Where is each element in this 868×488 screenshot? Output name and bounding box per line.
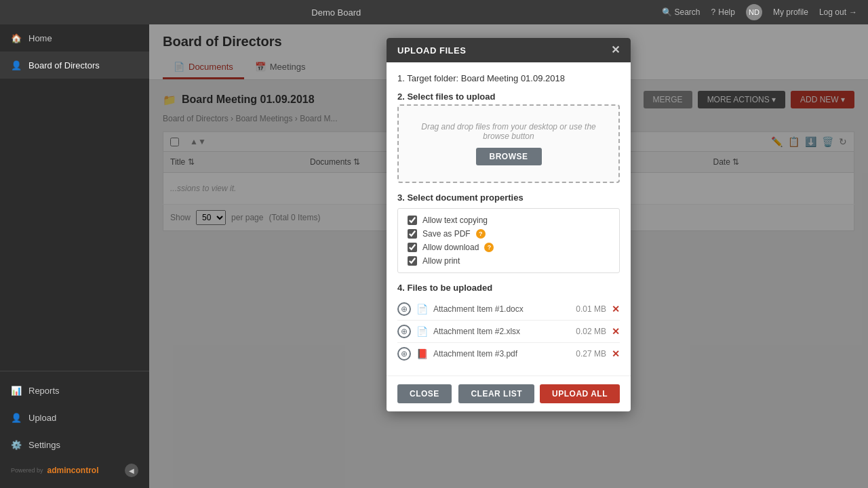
allow-download-info-icon: ?: [484, 243, 494, 252]
sidebar-item-board[interactable]: 👤 Board of Directors: [0, 52, 149, 79]
modal-step-1: 1. Target folder: Board Meeting 01.09.20…: [397, 73, 620, 83]
sidebar-bottom: 📊 Reports 👤 Upload ⚙️ Settings Powered b…: [0, 371, 149, 488]
sidebar-item-home[interactable]: 🏠 Home: [0, 24, 149, 52]
modal-overlay: UPLOAD FILES ✕ 1. Target folder: Board M…: [149, 24, 868, 488]
file-upload-icon-3[interactable]: ⊕: [397, 347, 411, 361]
modal-body: 1. Target folder: Board Meeting 01.09.20…: [387, 62, 631, 375]
save-pdf-label: Save as PDF: [422, 229, 471, 239]
allow-print-label: Allow print: [422, 256, 460, 266]
allow-download-checkbox[interactable]: [408, 243, 417, 252]
file-upload-icon-1[interactable]: ⊕: [397, 302, 411, 316]
sidebar-toggle[interactable]: ◀: [125, 464, 138, 477]
sidebar-powered: Powered by admincontrol ◀: [0, 458, 149, 483]
save-pdf-info-icon: ?: [476, 229, 486, 239]
logout-icon: →: [849, 7, 857, 17]
sidebar-item-upload[interactable]: 👤 Upload: [0, 404, 149, 431]
save-pdf-checkbox[interactable]: [408, 229, 417, 239]
help-icon: ?: [711, 7, 716, 17]
allow-download-label: Allow download: [422, 243, 479, 252]
content-area: Board of Directors 📄 Documents 📅 Meeting…: [149, 24, 868, 488]
board-icon: 👤: [11, 60, 22, 70]
file-remove-3[interactable]: ✕: [612, 348, 620, 359]
sidebar: 🏠 Home 👤 Board of Directors 📊 Reports 👤 …: [0, 24, 149, 488]
settings-icon: ⚙️: [11, 439, 22, 450]
file-size-3: 0.27 MB: [572, 349, 606, 359]
profile-link[interactable]: My profile: [773, 7, 808, 17]
drop-zone-text: Drag and drop files from your desktop or…: [410, 122, 608, 141]
clear-list-button[interactable]: CLEAR LIST: [458, 384, 534, 403]
files-list: ⊕ 📄 Attachment Item #1.docx 0.01 MB ✕ ⊕ …: [397, 298, 620, 365]
close-button[interactable]: CLOSE: [397, 384, 452, 403]
upload-modal: UPLOAD FILES ✕ 1. Target folder: Board M…: [387, 38, 631, 411]
prop-allow-download: Allow download ?: [408, 243, 610, 252]
modal-step-4-label: 4. Files to be uploaded: [397, 283, 620, 293]
home-icon: 🏠: [11, 33, 22, 43]
logout-button[interactable]: Log out →: [819, 7, 857, 17]
avatar: ND: [746, 4, 762, 20]
file-name-3: Attachment Item #3.pdf: [433, 349, 567, 359]
footer-right: CLEAR LIST UPLOAD ALL: [458, 384, 620, 403]
file-size-2: 0.02 MB: [572, 327, 606, 336]
prop-allow-text: Allow text copying: [408, 216, 610, 225]
allow-print-checkbox[interactable]: [408, 256, 417, 266]
modal-footer: CLOSE CLEAR LIST UPLOAD ALL: [387, 375, 631, 411]
file-remove-1[interactable]: ✕: [612, 304, 620, 314]
file-size-1: 0.01 MB: [572, 304, 606, 314]
file-item-1: ⊕ 📄 Attachment Item #1.docx 0.01 MB ✕: [397, 298, 620, 321]
search-button[interactable]: 🔍 Search: [662, 7, 701, 17]
file-doc-icon-1: 📄: [416, 304, 428, 314]
file-item-2: ⊕ 📄 Attachment Item #2.xlsx 0.02 MB ✕: [397, 321, 620, 343]
drop-zone[interactable]: Drag and drop files from your desktop or…: [397, 104, 620, 183]
modal-close-button[interactable]: ✕: [611, 45, 620, 56]
topbar-center: Demo Board: [311, 7, 361, 18]
topbar-right: 🔍 Search ? Help ND My profile Log out →: [662, 4, 857, 20]
main-layout: 🏠 Home 👤 Board of Directors 📊 Reports 👤 …: [0, 24, 868, 488]
help-button[interactable]: ? Help: [711, 7, 735, 17]
modal-step-2-label: 2. Select files to upload: [397, 92, 620, 102]
file-name-1: Attachment Item #1.docx: [433, 304, 567, 314]
modal-header: UPLOAD FILES ✕: [387, 38, 631, 62]
file-doc-icon-3: 📕: [416, 348, 428, 359]
file-doc-icon-2: 📄: [416, 326, 428, 337]
file-item-3: ⊕ 📕 Attachment Item #3.pdf 0.27 MB ✕: [397, 343, 620, 365]
prop-save-pdf: Save as PDF ?: [408, 229, 610, 239]
allow-text-label: Allow text copying: [422, 216, 488, 225]
modal-title: UPLOAD FILES: [397, 45, 466, 56]
prop-allow-print: Allow print: [408, 256, 610, 266]
reports-icon: 📊: [11, 385, 22, 396]
modal-step-3-label: 3. Select document properties: [397, 192, 620, 203]
search-icon: 🔍: [662, 7, 672, 17]
upload-icon: 👤: [11, 412, 22, 423]
file-remove-2[interactable]: ✕: [612, 326, 620, 337]
sidebar-item-settings[interactable]: ⚙️ Settings: [0, 431, 149, 458]
file-upload-icon-2[interactable]: ⊕: [397, 325, 411, 338]
allow-text-checkbox[interactable]: [408, 216, 417, 225]
browse-button[interactable]: BROWSE: [476, 148, 542, 165]
file-name-2: Attachment Item #2.xlsx: [433, 327, 567, 336]
sidebar-item-reports[interactable]: 📊 Reports: [0, 377, 149, 404]
doc-properties: Allow text copying Save as PDF ? Allow d…: [397, 208, 620, 273]
topbar: Demo Board 🔍 Search ? Help ND My profile…: [0, 0, 868, 24]
upload-all-button[interactable]: UPLOAD ALL: [540, 384, 620, 403]
